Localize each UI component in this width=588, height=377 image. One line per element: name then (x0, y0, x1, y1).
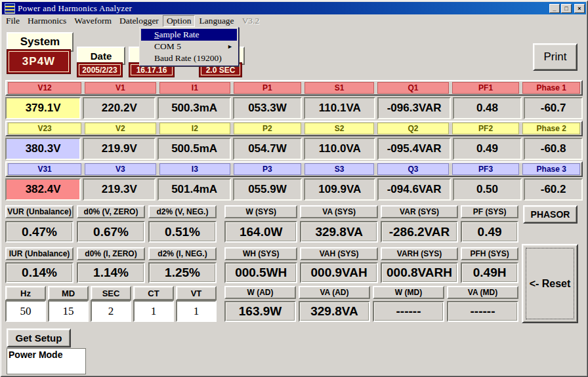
phase2-header-strip: V23 V2 I2 P2 S2 Q2 PF2 Phase 2 (5, 121, 583, 136)
voltage-unbalance-values: 0.47% 0.67% 0.51% (5, 221, 217, 243)
window-controls: _ □ × (549, 4, 585, 13)
date-panel-value: 2005/2/23 (77, 62, 123, 77)
app-icon (5, 3, 15, 14)
phase1-value-row: 379.1V 220.2V 500.3mA 053.3W 110.1VA -09… (5, 97, 583, 119)
metric-value-cell: 000.5WH (224, 262, 297, 283)
phasor-button[interactable]: PHASOR (523, 205, 578, 224)
config-values: 50 15 2 1 1 (5, 300, 217, 322)
metric-value-cell: 0.67% (77, 221, 145, 243)
metric-header-cell: W (MD) (373, 286, 444, 299)
get-setup-button[interactable]: Get Setup (7, 328, 71, 347)
metric-value-cell: 329.8VA (300, 221, 377, 243)
menu-harmonics[interactable]: Harmonics (24, 15, 70, 27)
phase-value-cell: -094.6VAR (377, 178, 450, 201)
metric-header-cell: VA (MD) (447, 286, 518, 299)
metric-value-cell: 164.0W (224, 221, 297, 243)
close-button[interactable]: × (574, 4, 585, 13)
metric-value-cell: -286.2VAR (381, 221, 458, 243)
baud-rate-label: Baud Rate (19200) (154, 53, 222, 63)
phase-value-cell: -60.8 (524, 138, 583, 160)
sys-instant-values: 164.0W 329.8VA -286.2VAR 0.49 (224, 221, 518, 243)
sys-instant-headers: W (SYS) VA (SYS) VAR (SYS) PF (SYS) (224, 205, 518, 218)
phase-value-cell: 0.49 (453, 138, 522, 160)
phase-header-cell: P2 (234, 123, 301, 134)
phase-value-cell: 220.2V (83, 97, 156, 119)
config-value-cell: 50 (5, 300, 46, 322)
phase-value-cell: -096.3VAR (377, 97, 450, 119)
menubar: File Harmonics Waveform Datelogger Optio… (2, 14, 586, 27)
phase-header-cell: I3 (159, 163, 230, 175)
phase-table: V12 V1 I1 P1 S1 Q1 PF1 Phase 1 379.1V 22… (5, 80, 583, 201)
metric-value-cell: 1.14% (77, 262, 145, 283)
phase-value-cell: -60.7 (524, 97, 583, 119)
phase-header-cell: V3 (85, 163, 156, 175)
metric-header-cell: d0% (I, ZERO) (77, 247, 145, 260)
menu-option[interactable]: Option (163, 15, 196, 27)
minimize-button[interactable]: _ (549, 4, 560, 13)
phase3-value-row: 382.4V 219.3V 501.4mA 055.9W 109.9VA -09… (5, 178, 583, 201)
metric-header-cell: VAR (SYS) (381, 205, 458, 218)
phase-header-cell: S3 (304, 163, 375, 175)
menu-file[interactable]: File (2, 15, 24, 27)
window-title: Power and Harmonics Analyzer (18, 3, 549, 14)
phase-value-cell: 379.1V (5, 97, 81, 119)
demand-headers: W (AD) VA (AD) W (MD) VA (MD) (224, 286, 518, 299)
print-button[interactable]: Print (533, 43, 578, 71)
voltage-unbalance-headers: VUR (Unbalance) d0% (V, ZERO) d2% (V, NE… (5, 205, 217, 218)
metric-value-cell: 000.8VARH (381, 262, 458, 283)
config-header-cell: CT (133, 286, 174, 300)
config-value-cell: 15 (48, 300, 89, 322)
phase-header-cell: Phase 1 (522, 82, 580, 94)
phase-value-cell: 382.4V (5, 178, 81, 201)
config-headers: Hz MD SEC CT VT (5, 286, 217, 300)
metric-header-cell: WH (SYS) (224, 247, 297, 260)
phase-value-cell: 501.4mA (158, 178, 230, 201)
phase1-header-strip: V12 V1 I1 P1 S1 Q1 PF1 Phase 1 (5, 80, 583, 96)
phase1-row: V12 V1 I1 P1 S1 Q1 PF1 Phase 1 379.1V 22… (5, 80, 583, 119)
metric-header-cell: VARH (SYS) (381, 247, 458, 260)
submenu-arrow-icon: ► (227, 41, 233, 52)
phase-value-cell: 219.9V (83, 138, 156, 160)
phase-header-cell: I2 (159, 123, 230, 134)
phase-header-cell: V31 (8, 163, 81, 175)
menu-item-com5[interactable]: COM 5 ► (141, 41, 237, 52)
phase-value-cell: -60.2 (524, 178, 583, 201)
config-header-cell: VT (176, 286, 217, 300)
menu-item-sample-rate[interactable]: Sample Rate (141, 29, 237, 41)
app-window: Power and Harmonics Analyzer _ □ × File … (0, 0, 588, 377)
phase-value-cell: 110.1VA (304, 97, 375, 119)
metric-header-cell: VA (SYS) (300, 205, 377, 218)
menu-language[interactable]: Language (195, 15, 238, 27)
menu-waveform[interactable]: Waveform (70, 15, 116, 27)
reset-button-label: <- Reset (526, 248, 574, 319)
phase-value-cell: 110.0VA (304, 138, 375, 160)
system-panel-value: 3P4W (7, 49, 71, 74)
sample-rate-accelerator: S (154, 30, 159, 39)
phase-header-cell: Phase 2 (522, 123, 580, 134)
menu-item-baud-rate[interactable]: Baud Rate (19200) (141, 52, 237, 64)
metric-header-cell: d2% (V, NEG.) (148, 205, 217, 218)
phase-value-cell: 055.9W (233, 178, 302, 201)
metric-header-cell: VA (AD) (299, 286, 370, 299)
phase-value-cell: -095.4VAR (377, 138, 450, 160)
metric-value-cell: 329.8VA (299, 301, 370, 322)
menu-datelogger[interactable]: Datelogger (116, 15, 163, 27)
config-header-cell: MD (48, 286, 89, 300)
config-value-cell: 1 (176, 300, 217, 322)
metric-value-cell: ------ (447, 301, 518, 322)
config-value-cell: 1 (133, 300, 174, 322)
phase-header-cell: PF3 (452, 163, 520, 175)
metric-value-cell: ------ (373, 301, 444, 322)
config-header-cell: SEC (91, 286, 131, 300)
metric-value-cell: 163.9W (224, 301, 296, 322)
phase-header-cell: P3 (234, 163, 301, 175)
phase3-header-strip: V31 V3 I3 P3 S3 Q3 PF3 Phase 3 (5, 161, 583, 177)
phase-header-cell: S1 (304, 82, 375, 94)
reset-button[interactable]: <- Reset (522, 244, 578, 323)
config-value-cell: 2 (91, 300, 131, 322)
phase-header-cell: S2 (304, 123, 375, 134)
config-header-cell: Hz (5, 286, 46, 300)
metric-header-cell: PFH (SYS) (461, 247, 518, 260)
titlebar: Power and Harmonics Analyzer _ □ × (2, 2, 586, 14)
maximize-button[interactable]: □ (561, 4, 572, 13)
